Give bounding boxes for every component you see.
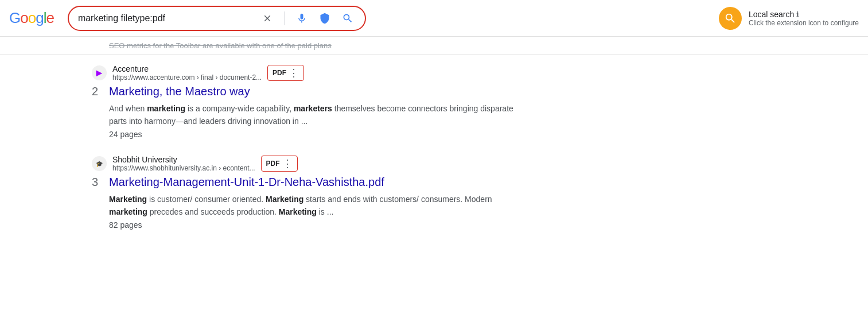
result-source-row: ► Accenture https://www.accenture.com › … xyxy=(92,64,516,82)
logo-g: G xyxy=(9,9,20,27)
extension-icon xyxy=(719,7,742,30)
pdf-badge-area: PDF ⋮ xyxy=(261,156,298,172)
pdf-badge-area: PDF ⋮ xyxy=(267,65,304,81)
logo-g2: g xyxy=(36,9,43,27)
source-part: 🎓 Shobhit University https://www.shobhit… xyxy=(92,155,516,172)
search-bar-icons xyxy=(260,10,356,26)
site-url: https://www.shobhituniversity.ac.in › ec… xyxy=(112,164,255,172)
result-title-link[interactable]: Marketing, the Maestro way xyxy=(109,84,250,99)
logo-o1: o xyxy=(20,9,28,27)
seo-bar: SEO metrics for the Toolbar are availabl… xyxy=(0,37,868,55)
result-snippet: Marketing is customer/ consumer oriented… xyxy=(92,193,516,218)
site-url: https://www.accenture.com › final › docu… xyxy=(112,73,262,82)
result-number: 3 xyxy=(92,176,103,189)
pdf-badge-label: PDF xyxy=(273,69,286,77)
accenture-icon: ► xyxy=(94,67,104,79)
divider xyxy=(284,11,285,25)
three-dots-button[interactable]: ⋮ xyxy=(282,157,293,170)
result-title-link[interactable]: Marketing-Management-Unit-1-Dr-Neha-Vash… xyxy=(109,174,384,189)
results-area: ► Accenture https://www.accenture.com › … xyxy=(0,55,868,255)
search-bar xyxy=(68,6,366,31)
result-number: 2 xyxy=(92,85,103,98)
info-icon: ℹ xyxy=(796,10,799,18)
search-button[interactable] xyxy=(340,10,356,26)
extension-title: Local search ℹ xyxy=(749,10,859,19)
result-item: 🎓 Shobhit University https://www.shobhit… xyxy=(92,155,516,230)
clear-button[interactable] xyxy=(260,11,275,26)
site-name: Shobhit University xyxy=(112,155,255,164)
site-favicon: ► xyxy=(92,65,107,80)
shobhit-icon: 🎓 xyxy=(96,161,103,167)
pdf-badge-label: PDF xyxy=(266,160,280,168)
search-input[interactable] xyxy=(78,13,260,24)
header: G o o g l e xyxy=(0,0,868,37)
extension-subtitle: Click the extension icon to configure xyxy=(749,19,859,27)
three-dots-button[interactable]: ⋮ xyxy=(289,67,299,79)
extension-widget: Local search ℹ Click the extension icon … xyxy=(719,7,859,30)
result-pages: 24 pages xyxy=(92,130,516,139)
site-name: Accenture xyxy=(112,64,262,73)
logo-o2: o xyxy=(28,9,36,27)
result-number-title: 2 Marketing, the Maestro way xyxy=(92,84,516,99)
site-info: Accenture https://www.accenture.com › fi… xyxy=(112,64,262,82)
result-pages: 82 pages xyxy=(92,220,516,230)
logo-e: e xyxy=(46,9,53,27)
result-snippet: And when marketing is a company-wide cap… xyxy=(92,102,516,127)
extension-title-label: Local search xyxy=(749,10,794,19)
extension-text: Local search ℹ Click the extension icon … xyxy=(749,10,859,27)
result-number-title: 3 Marketing-Management-Unit-1-Dr-Neha-Va… xyxy=(92,174,516,189)
seo-bar-text: SEO metrics for the Toolbar are availabl… xyxy=(109,41,332,50)
lens-button[interactable] xyxy=(317,10,333,26)
result-source-row: 🎓 Shobhit University https://www.shobhit… xyxy=(92,155,516,172)
mic-button[interactable] xyxy=(294,10,310,26)
result-item: ► Accenture https://www.accenture.com › … xyxy=(92,64,516,139)
google-logo: G o o g l e xyxy=(9,9,54,27)
source-part: ► Accenture https://www.accenture.com › … xyxy=(92,64,516,82)
site-info: Shobhit University https://www.shobhitun… xyxy=(112,155,255,172)
site-favicon: 🎓 xyxy=(92,156,107,171)
